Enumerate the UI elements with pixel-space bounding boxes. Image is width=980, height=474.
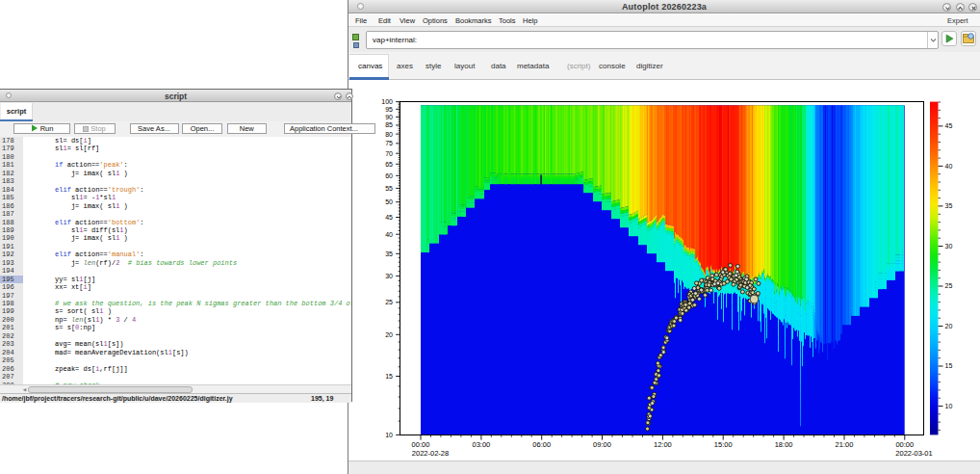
svg-text:00:00: 00:00 bbox=[412, 440, 430, 449]
svg-text:95: 95 bbox=[385, 106, 393, 113]
svg-text:25: 25 bbox=[385, 299, 393, 305]
svg-text:06:00: 06:00 bbox=[532, 440, 551, 449]
svg-text:21:00: 21:00 bbox=[836, 440, 854, 449]
svg-text:65: 65 bbox=[385, 161, 393, 168]
svg-text:55: 55 bbox=[385, 185, 393, 192]
svg-text:15: 15 bbox=[945, 362, 953, 369]
svg-text:30: 30 bbox=[945, 243, 953, 250]
svg-text:15: 15 bbox=[385, 373, 393, 380]
svg-text:03:00: 03:00 bbox=[473, 440, 491, 449]
svg-text:20: 20 bbox=[945, 323, 953, 329]
svg-text:70: 70 bbox=[385, 150, 393, 157]
svg-text:40: 40 bbox=[385, 231, 393, 238]
svg-text:80: 80 bbox=[385, 131, 393, 138]
svg-text:35: 35 bbox=[945, 202, 953, 209]
svg-text:90: 90 bbox=[385, 114, 393, 120]
svg-text:15:00: 15:00 bbox=[714, 440, 733, 449]
svg-text:35: 35 bbox=[385, 250, 393, 257]
svg-text:100: 100 bbox=[381, 98, 393, 105]
svg-text:2022-03-01: 2022-03-01 bbox=[895, 449, 932, 458]
svg-text:10: 10 bbox=[385, 432, 393, 438]
svg-text:45: 45 bbox=[945, 122, 953, 129]
svg-text:40: 40 bbox=[945, 163, 953, 170]
svg-text:45: 45 bbox=[385, 214, 393, 221]
svg-text:09:00: 09:00 bbox=[593, 440, 611, 449]
svg-text:60: 60 bbox=[385, 172, 393, 179]
svg-text:85: 85 bbox=[385, 121, 393, 128]
svg-text:00:00: 00:00 bbox=[895, 440, 914, 449]
svg-text:50: 50 bbox=[385, 198, 393, 205]
svg-text:12:00: 12:00 bbox=[654, 440, 672, 449]
svg-text:30: 30 bbox=[385, 273, 393, 279]
svg-text:10: 10 bbox=[945, 403, 953, 409]
svg-text:18:00: 18:00 bbox=[775, 440, 793, 449]
svg-text:25: 25 bbox=[945, 282, 953, 289]
svg-text:2022-02-28: 2022-02-28 bbox=[412, 449, 449, 458]
svg-text:20: 20 bbox=[385, 331, 393, 338]
svg-text:75: 75 bbox=[385, 140, 393, 146]
